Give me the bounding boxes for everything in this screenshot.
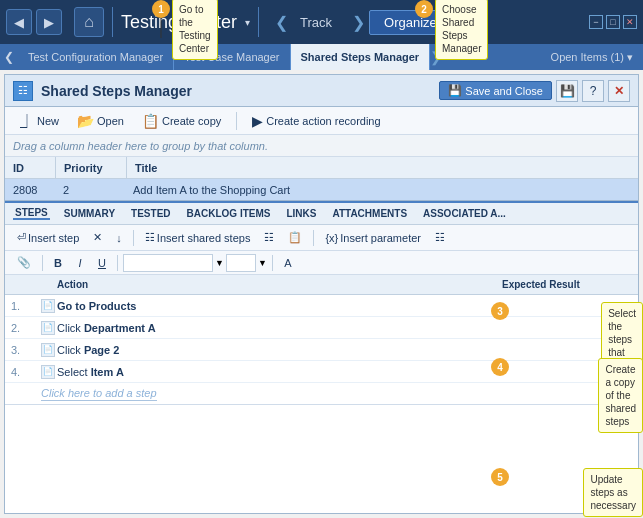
grid-header: ID Priority Title <box>5 157 638 179</box>
font-family-input[interactable] <box>123 254 213 272</box>
attach-icon-button[interactable]: 📎 <box>11 253 37 272</box>
step-attach-1: 📄 <box>41 299 57 313</box>
step-num-1: 1. <box>11 300 41 312</box>
tab-backlog[interactable]: BACKLOG ITEMS <box>185 208 273 219</box>
open-button[interactable]: 📂 Open <box>70 110 131 132</box>
forward-button[interactable]: ▶ <box>36 9 62 35</box>
app-dropdown[interactable]: ▾ <box>245 17 250 28</box>
maximize-button[interactable]: □ <box>606 15 620 29</box>
italic-button[interactable]: I <box>70 254 90 272</box>
window-icon: ☷ <box>13 81 33 101</box>
step-action-2: Click Department A <box>57 322 502 334</box>
step-attach-3: 📄 <box>41 343 57 357</box>
insert-step-button[interactable]: ⏎ Insert step <box>11 228 85 247</box>
track-button[interactable]: Track <box>292 11 340 34</box>
save-close-button[interactable]: 💾 Save and Close <box>439 81 552 100</box>
minimize-button[interactable]: − <box>589 15 603 29</box>
group-bar: Drag a column header here to group by th… <box>5 135 638 157</box>
tab-test-config[interactable]: Test Configuration Manager <box>18 44 174 70</box>
step-row-1[interactable]: 1. 📄 Go to Products <box>5 295 638 317</box>
nav-mid: ❯ <box>352 13 365 32</box>
steps-grid: 1. 📄 Go to Products 2. 📄 Click Departmen… <box>5 295 638 405</box>
open-items-button[interactable]: Open Items (1) ▾ <box>541 44 643 70</box>
create-copy-button[interactable]: 📋 Create copy <box>135 110 228 132</box>
underline-button[interactable]: U <box>92 254 112 272</box>
move-up-button[interactable]: ✕ <box>87 228 108 247</box>
steps-sep2 <box>313 230 314 246</box>
tab-steps[interactable]: STEPS <box>13 207 50 220</box>
bold-button[interactable]: B <box>48 254 68 272</box>
tab-summary[interactable]: SUMMARY <box>62 208 117 219</box>
new-button[interactable]: ⏌ New <box>13 110 66 132</box>
param-icon: {x} <box>325 232 338 244</box>
list-icon-button[interactable]: ☷ <box>429 228 451 247</box>
step-row-3[interactable]: 3. 📄 Click Page 2 <box>5 339 638 361</box>
save-button[interactable]: 💾 <box>556 80 578 102</box>
col-result-header: Expected Result <box>502 279 632 290</box>
callout-1-line <box>161 18 162 38</box>
close-button[interactable]: ✕ <box>623 15 637 29</box>
tab-bar-left-chevron[interactable]: ❮ <box>0 44 18 70</box>
steps-section: STEPS SUMMARY TESTED BACKLOG ITEMS LINKS… <box>5 201 638 405</box>
step-row-2[interactable]: 2. 📄 Click Department A <box>5 317 638 339</box>
attach-icon-3: 📄 <box>41 343 55 357</box>
steps-sep1 <box>133 230 134 246</box>
insert-parameter-button[interactable]: {x} Insert parameter <box>319 229 427 247</box>
step-row-4[interactable]: 4. 📄 Select Item A <box>5 361 638 383</box>
step-attach-2: 📄 <box>41 321 57 335</box>
chevron-right-icon[interactable]: ❯ <box>352 13 365 32</box>
col-header-title: Title <box>127 162 638 174</box>
chevron-left-icon[interactable]: ❮ <box>275 13 288 32</box>
dropdown-arrow-size[interactable]: ▼ <box>258 258 267 268</box>
top-bar: ◀ ▶ ⌂ Testing Center ▾ ❮ Track ❯ Organiz… <box>0 0 643 44</box>
step-action-1: Go to Products <box>57 300 502 312</box>
tab-links[interactable]: LINKS <box>284 208 318 219</box>
step-action-4: Select Item A <box>57 366 502 378</box>
cell-priority: 2 <box>55 184 125 196</box>
main-window: ☷ Shared Steps Manager 💾 Save and Close … <box>4 74 639 514</box>
col-action-header: Action <box>57 279 502 290</box>
fmt-sep2 <box>272 255 273 271</box>
tab-tested[interactable]: TESTED <box>129 208 172 219</box>
move-up-icon: ✕ <box>93 231 102 244</box>
add-step-row[interactable]: Click here to add a step <box>5 383 638 405</box>
callout-2: Choose Shared Steps Manager <box>435 0 488 60</box>
back-button[interactable]: ◀ <box>6 9 32 35</box>
insert-step-icon: ⏎ <box>17 231 26 244</box>
fmt-sep1 <box>117 255 118 271</box>
table-row[interactable]: 2808 2 Add Item A to the Shopping Cart <box>5 179 638 201</box>
tab-attachments[interactable]: ATTACHMENTS <box>330 208 409 219</box>
shared-icon-btn1[interactable]: ☷ <box>258 228 280 247</box>
window-actions: 💾 Save and Close 💾 ? ✕ <box>439 80 630 102</box>
attach-icon-2: 📄 <box>41 321 55 335</box>
tab-bar: ❮ Test Configuration Manager Test Case M… <box>0 44 643 70</box>
cell-id: 2808 <box>5 184 55 196</box>
cell-title: Add Item A to the Shopping Cart <box>125 184 638 196</box>
insert-shared-steps-button[interactable]: ☷ Insert shared steps <box>139 228 257 247</box>
step-num-3: 3. <box>11 344 41 356</box>
callout-circle-1: 1 <box>152 0 170 18</box>
create-recording-button[interactable]: ▶ Create action recording <box>245 110 387 132</box>
move-down-button[interactable]: ↓ <box>110 229 128 247</box>
attach-icon-1: 📄 <box>41 299 55 313</box>
attach-icon: 📎 <box>17 256 31 269</box>
shared-icon-btn2[interactable]: 📋 <box>282 228 308 247</box>
col-header-priority: Priority <box>56 162 126 174</box>
new-icon: ⏌ <box>20 113 34 129</box>
steps-grid-header: Action Expected Result <box>5 275 638 295</box>
window-close-button[interactable]: ✕ <box>608 80 630 102</box>
window-title: Shared Steps Manager <box>41 83 439 99</box>
tab-associated[interactable]: ASSOCIATED A... <box>421 208 508 219</box>
home-button[interactable]: ⌂ <box>74 7 104 37</box>
dropdown-arrow-font[interactable]: ▼ <box>215 258 224 268</box>
tab-shared-steps[interactable]: Shared Steps Manager <box>291 44 431 70</box>
callout-4: Create a copy of the shared steps <box>598 358 643 433</box>
copy-icon: 📋 <box>142 113 159 129</box>
step-num-4: 4. <box>11 366 41 378</box>
font-size-input[interactable] <box>226 254 256 272</box>
help-button[interactable]: ? <box>582 80 604 102</box>
steps-icon: ☷ <box>18 84 28 97</box>
text-color-button[interactable]: A <box>278 254 298 272</box>
divider2 <box>258 7 259 37</box>
shared-steps-icon: ☷ <box>145 231 155 244</box>
